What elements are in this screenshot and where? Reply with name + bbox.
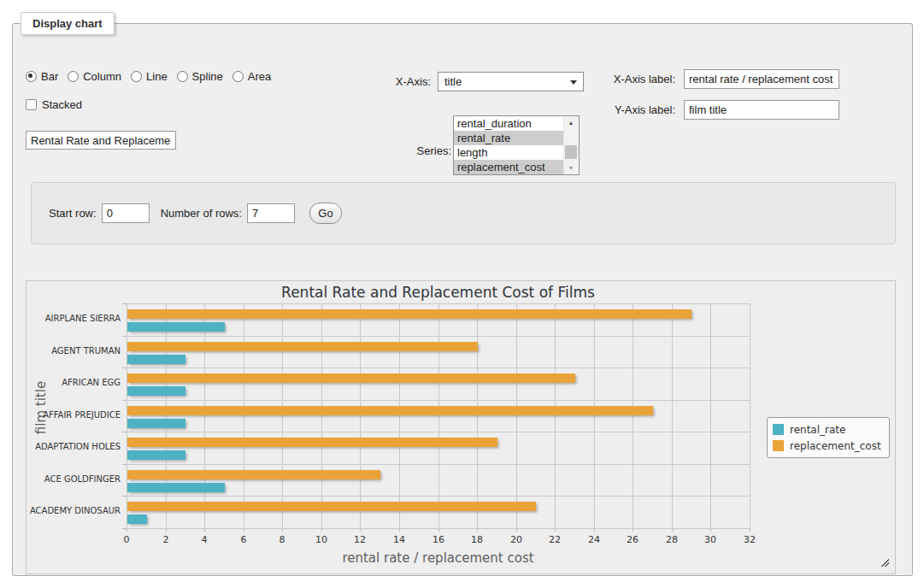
radio-indicator [68, 71, 79, 82]
scrollbar-thumb[interactable] [565, 145, 577, 159]
series-option-rental_rate[interactable]: rental_rate [454, 131, 564, 145]
axis-tick [122, 303, 127, 304]
bar-replacement_cost[interactable] [127, 406, 653, 415]
x-axis-select[interactable]: title [438, 72, 584, 91]
bar-replacement_cost[interactable] [127, 438, 497, 447]
gridline [750, 303, 750, 528]
chart-panel: Rental Rate and Replacement Cost of Film… [26, 280, 896, 574]
number-of-rows-input[interactable] [247, 203, 295, 223]
y-axis-label-input[interactable] [684, 100, 839, 120]
legend-swatch [773, 440, 784, 451]
chart-type-label: Column [83, 70, 121, 83]
axis-tick [122, 464, 127, 465]
bar-replacement_cost[interactable] [127, 502, 536, 511]
legend-label: rental_rate [790, 424, 845, 436]
legend-swatch [773, 424, 784, 435]
fieldset-legend-display-chart: Display chart [21, 12, 115, 35]
radio-indicator [131, 71, 142, 82]
x-tick-label: 12 [343, 534, 377, 545]
legend-item-rental_rate[interactable]: rental_rate [773, 421, 881, 438]
chart-type-option-column[interactable]: Column [68, 70, 121, 83]
x-tick-label: 6 [227, 534, 261, 545]
series-option-replacement_cost[interactable]: replacement_cost [454, 160, 564, 174]
x-axis-select-label: X-Axis: [338, 75, 431, 88]
radio-indicator [177, 71, 188, 82]
x-tick-label: 16 [421, 534, 456, 545]
bar-replacement_cost[interactable] [127, 373, 575, 383]
gridline [127, 367, 750, 368]
category-label: ACADEMY DINOSAUR [26, 506, 121, 515]
scroll-down-icon[interactable]: ▼ [564, 162, 578, 174]
gridline [710, 303, 711, 528]
resize-grip-icon[interactable] [880, 557, 889, 567]
chart-type-option-bar[interactable]: Bar [26, 70, 58, 83]
scrollbar[interactable]: ▲ ▼ [563, 116, 579, 174]
bar-rental_rate[interactable] [127, 322, 225, 332]
category-label: AGENT TRUMAN [26, 346, 121, 356]
gridline [127, 336, 750, 337]
chart-type-option-area[interactable]: Area [232, 70, 271, 83]
bar-rental_rate[interactable] [127, 386, 185, 396]
x-tick-label: 28 [655, 534, 689, 545]
number-of-rows-label: Number of rows: [161, 207, 242, 220]
bar-replacement_cost[interactable] [127, 470, 380, 479]
bar-replacement_cost[interactable] [127, 309, 692, 319]
x-tick-label: 32 [733, 534, 767, 545]
bar-rental_rate[interactable] [127, 419, 185, 428]
stacked-checkbox[interactable]: Stacked [26, 98, 82, 111]
gridline [127, 496, 750, 497]
fieldset-body: BarColumnLineSplineArea Stacked X-Axis: … [13, 35, 912, 575]
gridline [244, 303, 244, 528]
chart-canvas: Rental Rate and Replacement Cost of Film… [26, 281, 895, 573]
x-axis-title: rental rate / replacement cost [127, 550, 750, 566]
bar-replacement_cost[interactable] [127, 342, 478, 351]
x-axis-label-input[interactable] [684, 69, 839, 89]
bar-rental_rate[interactable] [127, 483, 225, 492]
chart-type-label: Bar [41, 70, 58, 83]
legend-item-replacement_cost[interactable]: replacement_cost [773, 438, 881, 454]
x-tick-label: 20 [499, 534, 533, 545]
x-tick-label: 26 [615, 534, 650, 545]
go-button[interactable]: Go [309, 203, 342, 224]
chart-type-options: BarColumnLineSplineArea [26, 70, 280, 85]
chart-type-label: Line [146, 70, 168, 83]
bar-rental_rate[interactable] [127, 514, 147, 524]
gridline [127, 400, 750, 401]
axis-tick [750, 528, 750, 532]
chart-title-input[interactable] [26, 131, 176, 150]
category-label: ADAPTATION HOLES [26, 442, 121, 451]
chart-type-label: Area [248, 70, 271, 83]
gridline [166, 303, 167, 528]
bar-rental_rate[interactable] [127, 450, 185, 460]
gridline [594, 303, 595, 528]
axis-tick [122, 367, 127, 368]
category-label: AFFAIR PREJUDICE [26, 410, 121, 420]
series-options: rental_durationrental_ratelengthreplacem… [454, 116, 579, 174]
row-controls-panel: Start row: Number of rows: Go [31, 182, 896, 244]
series-option-length[interactable]: length [454, 145, 564, 160]
gridline [633, 303, 633, 528]
category-label: ACE GOLDFINGER [26, 474, 121, 484]
bar-rental_rate[interactable] [127, 355, 185, 364]
series-option-rental_duration[interactable]: rental_duration [454, 116, 564, 131]
chart-type-option-line[interactable]: Line [131, 70, 168, 83]
series-listbox[interactable]: rental_durationrental_ratelengthreplacem… [453, 115, 580, 175]
stacked-label: Stacked [42, 98, 82, 111]
axis-tick [122, 336, 127, 337]
gridline [127, 464, 750, 465]
scroll-up-icon[interactable]: ▲ [564, 116, 578, 129]
chart-type-option-spline[interactable]: Spline [177, 70, 223, 83]
category-label: AFRICAN EGG [26, 378, 121, 387]
gridline [438, 303, 439, 528]
x-tick-label: 10 [304, 534, 338, 545]
chart-legend: rental_ratereplacement_cost [767, 417, 890, 458]
gridline [555, 303, 556, 528]
start-row-input[interactable] [102, 203, 150, 223]
gridline [127, 303, 127, 528]
gridline [204, 303, 205, 528]
gridline [672, 303, 673, 528]
gridline [282, 303, 283, 528]
gridline [360, 303, 361, 528]
x-tick-label: 24 [577, 534, 611, 545]
axis-tick [122, 496, 127, 497]
